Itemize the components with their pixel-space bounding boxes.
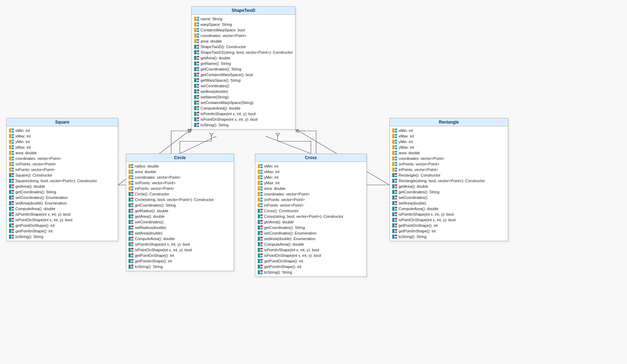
svg-rect-242: [258, 270, 260, 274]
field-icon: [392, 128, 398, 133]
method-icon: [257, 259, 263, 263]
uml-member: setArea(double):: [128, 230, 232, 236]
svg-rect-303: [395, 235, 397, 236]
svg-rect-265: [395, 164, 397, 166]
member-text: radius: double: [135, 164, 159, 168]
svg-rect-118: [12, 220, 14, 222]
svg-rect-274: [395, 181, 397, 183]
field-icon: [392, 150, 398, 155]
svg-rect-189: [260, 170, 263, 171]
method-icon: [9, 234, 14, 239]
svg-rect-270: [395, 173, 397, 175]
member-text: yMin: int: [399, 140, 413, 144]
method-icon: [194, 78, 199, 83]
class-shapeTwoD-header: ShapeTwoD: [192, 7, 295, 15]
uml-member: yMax: int: [392, 144, 506, 150]
field-icon: [128, 164, 134, 169]
member-text: isPointInShape(int x, int, y): bool: [201, 112, 256, 116]
member-text: setContainsWarpSpace(String):: [201, 101, 254, 105]
method-icon: [257, 247, 263, 252]
uml-member: yMax: int: [9, 144, 116, 150]
uml-member: yMin: int: [257, 174, 364, 180]
svg-rect-40: [197, 75, 199, 77]
svg-rect-57: [197, 106, 199, 108]
svg-rect-14: [194, 28, 196, 32]
method-icon: [392, 212, 398, 217]
svg-rect-54: [197, 101, 199, 102]
svg-rect-65: [194, 123, 196, 127]
svg-rect-13: [197, 25, 199, 27]
uml-member: getCoordinates(): String: [9, 189, 116, 195]
svg-rect-166: [131, 233, 133, 235]
svg-rect-70: [12, 131, 14, 133]
svg-rect-184: [131, 267, 133, 269]
method-icon: [9, 223, 14, 228]
uml-member: yMax: int: [257, 180, 364, 186]
svg-rect-193: [260, 178, 263, 179]
member-text: getCoordinates(): String: [135, 203, 176, 207]
member-text: getCoordinates(): String: [15, 190, 56, 194]
svg-rect-142: [131, 189, 133, 191]
field-icon: [194, 39, 199, 44]
uml-member: xMin: int: [392, 128, 506, 133]
svg-rect-268: [395, 170, 397, 172]
uml-member: ComputeArea(): double: [128, 236, 232, 242]
method-icon: [194, 122, 199, 127]
method-icon: [194, 61, 199, 66]
member-text: getArea(): double: [264, 220, 294, 224]
member-text: area: double: [135, 170, 156, 174]
method-icon: [194, 50, 199, 55]
uml-member: setContainsWarpSpace(String):: [194, 100, 293, 105]
svg-rect-152: [129, 209, 131, 213]
class-circle-header: Circle: [126, 154, 234, 162]
member-text: yMin: int: [15, 140, 30, 144]
svg-rect-288: [395, 207, 397, 208]
svg-rect-182: [129, 265, 131, 269]
svg-rect-115: [12, 215, 14, 216]
member-text: toString(): String: [264, 270, 292, 274]
class-shapeTwoD-body: name: String warpSpace: String ContainsW…: [192, 15, 295, 129]
svg-rect-119: [9, 223, 11, 228]
method-icon: [257, 208, 263, 213]
member-text: inPoints: vector<Point>: [399, 168, 438, 172]
uml-member: name: String: [194, 16, 293, 22]
svg-rect-30: [197, 56, 199, 58]
svg-rect-149: [129, 203, 131, 207]
svg-rect-83: [9, 156, 11, 161]
svg-rect-194: [258, 181, 260, 185]
svg-rect-105: [12, 195, 14, 197]
uml-member: Rectangle(): Constructor: [392, 172, 506, 178]
method-icon: [257, 242, 263, 247]
svg-rect-282: [395, 195, 397, 197]
svg-rect-11: [194, 22, 196, 27]
class-shapeTwoD: ShapeTwoD name: String warpSpace: String…: [191, 6, 296, 129]
uml-member: ComputeArea(): double: [9, 206, 116, 211]
svg-line-2: [265, 136, 311, 154]
field-icon: [392, 162, 398, 166]
svg-rect-127: [12, 237, 14, 239]
member-text: coordinates: vector<Point>: [15, 156, 61, 161]
svg-rect-297: [395, 223, 397, 225]
svg-rect-200: [258, 192, 260, 196]
member-text: getContainsWarpSpace(): bool: [201, 73, 253, 77]
svg-rect-215: [258, 220, 260, 224]
class-rectangle-body: xMin: int xMax: int yMin: int yMax: int …: [390, 126, 508, 241]
method-icon: [9, 217, 14, 222]
svg-rect-260: [392, 156, 394, 161]
uml-member: isPointInShape(int x, int, y): bool: [9, 211, 116, 217]
svg-rect-144: [131, 192, 133, 194]
member-text: setRadius(double):: [135, 225, 167, 230]
member-text: name: String: [201, 17, 222, 21]
svg-rect-114: [12, 212, 14, 214]
svg-rect-45: [197, 84, 199, 86]
svg-rect-212: [258, 214, 260, 218]
svg-rect-148: [131, 200, 133, 202]
svg-rect-287: [392, 207, 394, 211]
svg-rect-229: [260, 245, 263, 246]
member-text: inPoints: vector<Point>: [15, 168, 55, 172]
member-text: toString(): String: [135, 265, 163, 269]
svg-rect-241: [260, 267, 263, 269]
method-icon: [392, 223, 398, 228]
uml-member: isPointInShape(int x, int, y): bool: [392, 211, 506, 217]
method-icon: [194, 95, 199, 99]
